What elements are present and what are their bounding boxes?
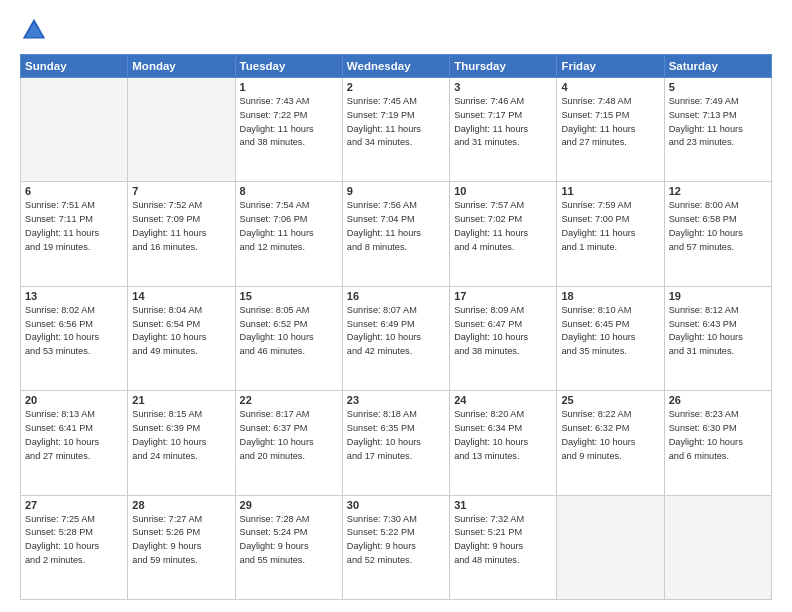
day-number: 24: [454, 394, 552, 406]
calendar-day-cell: 10Sunrise: 7:57 AM Sunset: 7:02 PM Dayli…: [450, 182, 557, 286]
page: SundayMondayTuesdayWednesdayThursdayFrid…: [0, 0, 792, 612]
day-number: 17: [454, 290, 552, 302]
calendar-day-cell: 8Sunrise: 7:54 AM Sunset: 7:06 PM Daylig…: [235, 182, 342, 286]
day-info: Sunrise: 8:00 AM Sunset: 6:58 PM Dayligh…: [669, 199, 767, 254]
day-info: Sunrise: 7:43 AM Sunset: 7:22 PM Dayligh…: [240, 95, 338, 150]
calendar-day-cell: 27Sunrise: 7:25 AM Sunset: 5:28 PM Dayli…: [21, 495, 128, 599]
day-info: Sunrise: 8:13 AM Sunset: 6:41 PM Dayligh…: [25, 408, 123, 463]
day-number: 27: [25, 499, 123, 511]
day-number: 22: [240, 394, 338, 406]
calendar-day-cell: 29Sunrise: 7:28 AM Sunset: 5:24 PM Dayli…: [235, 495, 342, 599]
day-info: Sunrise: 8:18 AM Sunset: 6:35 PM Dayligh…: [347, 408, 445, 463]
header-day: Monday: [128, 55, 235, 78]
day-info: Sunrise: 7:28 AM Sunset: 5:24 PM Dayligh…: [240, 513, 338, 568]
day-info: Sunrise: 7:45 AM Sunset: 7:19 PM Dayligh…: [347, 95, 445, 150]
calendar-day-cell: 15Sunrise: 8:05 AM Sunset: 6:52 PM Dayli…: [235, 286, 342, 390]
calendar-day-cell: 17Sunrise: 8:09 AM Sunset: 6:47 PM Dayli…: [450, 286, 557, 390]
day-info: Sunrise: 8:07 AM Sunset: 6:49 PM Dayligh…: [347, 304, 445, 359]
day-number: 4: [561, 81, 659, 93]
day-info: Sunrise: 7:59 AM Sunset: 7:00 PM Dayligh…: [561, 199, 659, 254]
header-day: Wednesday: [342, 55, 449, 78]
calendar-day-cell: 6Sunrise: 7:51 AM Sunset: 7:11 PM Daylig…: [21, 182, 128, 286]
calendar-day-cell: 30Sunrise: 7:30 AM Sunset: 5:22 PM Dayli…: [342, 495, 449, 599]
header-day: Sunday: [21, 55, 128, 78]
day-info: Sunrise: 7:30 AM Sunset: 5:22 PM Dayligh…: [347, 513, 445, 568]
day-info: Sunrise: 8:22 AM Sunset: 6:32 PM Dayligh…: [561, 408, 659, 463]
day-number: 25: [561, 394, 659, 406]
calendar-week-row: 27Sunrise: 7:25 AM Sunset: 5:28 PM Dayli…: [21, 495, 772, 599]
header-day: Tuesday: [235, 55, 342, 78]
day-info: Sunrise: 8:10 AM Sunset: 6:45 PM Dayligh…: [561, 304, 659, 359]
day-info: Sunrise: 8:23 AM Sunset: 6:30 PM Dayligh…: [669, 408, 767, 463]
calendar-day-cell: 5Sunrise: 7:49 AM Sunset: 7:13 PM Daylig…: [664, 78, 771, 182]
calendar-day-cell: 13Sunrise: 8:02 AM Sunset: 6:56 PM Dayli…: [21, 286, 128, 390]
day-info: Sunrise: 7:51 AM Sunset: 7:11 PM Dayligh…: [25, 199, 123, 254]
logo: [20, 16, 52, 44]
calendar-day-cell: [21, 78, 128, 182]
calendar-day-cell: 14Sunrise: 8:04 AM Sunset: 6:54 PM Dayli…: [128, 286, 235, 390]
calendar-week-row: 13Sunrise: 8:02 AM Sunset: 6:56 PM Dayli…: [21, 286, 772, 390]
day-info: Sunrise: 7:56 AM Sunset: 7:04 PM Dayligh…: [347, 199, 445, 254]
calendar-day-cell: 23Sunrise: 8:18 AM Sunset: 6:35 PM Dayli…: [342, 391, 449, 495]
day-number: 7: [132, 185, 230, 197]
day-number: 23: [347, 394, 445, 406]
day-number: 15: [240, 290, 338, 302]
day-number: 10: [454, 185, 552, 197]
day-number: 30: [347, 499, 445, 511]
day-info: Sunrise: 7:52 AM Sunset: 7:09 PM Dayligh…: [132, 199, 230, 254]
calendar-day-cell: 12Sunrise: 8:00 AM Sunset: 6:58 PM Dayli…: [664, 182, 771, 286]
day-number: 21: [132, 394, 230, 406]
calendar-week-row: 20Sunrise: 8:13 AM Sunset: 6:41 PM Dayli…: [21, 391, 772, 495]
calendar-day-cell: [664, 495, 771, 599]
header: [20, 16, 772, 44]
day-number: 8: [240, 185, 338, 197]
calendar-day-cell: 20Sunrise: 8:13 AM Sunset: 6:41 PM Dayli…: [21, 391, 128, 495]
day-number: 13: [25, 290, 123, 302]
day-info: Sunrise: 8:20 AM Sunset: 6:34 PM Dayligh…: [454, 408, 552, 463]
day-number: 2: [347, 81, 445, 93]
day-number: 31: [454, 499, 552, 511]
day-info: Sunrise: 7:46 AM Sunset: 7:17 PM Dayligh…: [454, 95, 552, 150]
day-info: Sunrise: 7:25 AM Sunset: 5:28 PM Dayligh…: [25, 513, 123, 568]
day-info: Sunrise: 8:09 AM Sunset: 6:47 PM Dayligh…: [454, 304, 552, 359]
calendar-day-cell: 22Sunrise: 8:17 AM Sunset: 6:37 PM Dayli…: [235, 391, 342, 495]
calendar-day-cell: 2Sunrise: 7:45 AM Sunset: 7:19 PM Daylig…: [342, 78, 449, 182]
calendar-day-cell: 19Sunrise: 8:12 AM Sunset: 6:43 PM Dayli…: [664, 286, 771, 390]
day-info: Sunrise: 8:04 AM Sunset: 6:54 PM Dayligh…: [132, 304, 230, 359]
day-number: 11: [561, 185, 659, 197]
day-number: 19: [669, 290, 767, 302]
calendar-day-cell: 18Sunrise: 8:10 AM Sunset: 6:45 PM Dayli…: [557, 286, 664, 390]
day-number: 28: [132, 499, 230, 511]
calendar-day-cell: 11Sunrise: 7:59 AM Sunset: 7:00 PM Dayli…: [557, 182, 664, 286]
calendar-day-cell: 1Sunrise: 7:43 AM Sunset: 7:22 PM Daylig…: [235, 78, 342, 182]
calendar-day-cell: 28Sunrise: 7:27 AM Sunset: 5:26 PM Dayli…: [128, 495, 235, 599]
day-number: 6: [25, 185, 123, 197]
calendar-day-cell: 21Sunrise: 8:15 AM Sunset: 6:39 PM Dayli…: [128, 391, 235, 495]
header-day: Saturday: [664, 55, 771, 78]
calendar-day-cell: 26Sunrise: 8:23 AM Sunset: 6:30 PM Dayli…: [664, 391, 771, 495]
day-number: 1: [240, 81, 338, 93]
header-day: Thursday: [450, 55, 557, 78]
day-number: 5: [669, 81, 767, 93]
day-number: 26: [669, 394, 767, 406]
day-number: 12: [669, 185, 767, 197]
day-info: Sunrise: 8:02 AM Sunset: 6:56 PM Dayligh…: [25, 304, 123, 359]
day-number: 3: [454, 81, 552, 93]
day-number: 20: [25, 394, 123, 406]
calendar-day-cell: [557, 495, 664, 599]
day-info: Sunrise: 7:48 AM Sunset: 7:15 PM Dayligh…: [561, 95, 659, 150]
day-info: Sunrise: 8:17 AM Sunset: 6:37 PM Dayligh…: [240, 408, 338, 463]
day-info: Sunrise: 7:32 AM Sunset: 5:21 PM Dayligh…: [454, 513, 552, 568]
calendar-table: SundayMondayTuesdayWednesdayThursdayFrid…: [20, 54, 772, 600]
header-day: Friday: [557, 55, 664, 78]
calendar-day-cell: 16Sunrise: 8:07 AM Sunset: 6:49 PM Dayli…: [342, 286, 449, 390]
calendar-day-cell: 4Sunrise: 7:48 AM Sunset: 7:15 PM Daylig…: [557, 78, 664, 182]
logo-icon: [20, 16, 48, 44]
calendar-day-cell: 3Sunrise: 7:46 AM Sunset: 7:17 PM Daylig…: [450, 78, 557, 182]
day-number: 14: [132, 290, 230, 302]
calendar-week-row: 1Sunrise: 7:43 AM Sunset: 7:22 PM Daylig…: [21, 78, 772, 182]
day-info: Sunrise: 8:12 AM Sunset: 6:43 PM Dayligh…: [669, 304, 767, 359]
calendar-day-cell: [128, 78, 235, 182]
day-info: Sunrise: 8:05 AM Sunset: 6:52 PM Dayligh…: [240, 304, 338, 359]
calendar-day-cell: 24Sunrise: 8:20 AM Sunset: 6:34 PM Dayli…: [450, 391, 557, 495]
